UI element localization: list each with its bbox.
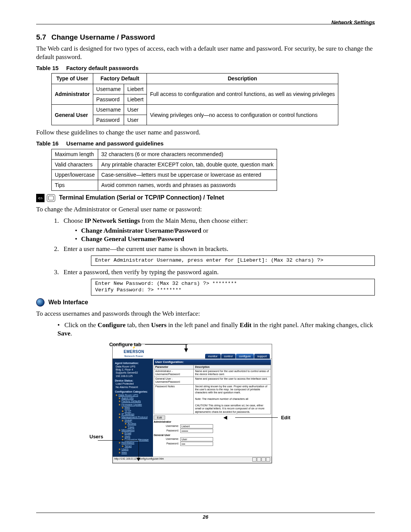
text-bold: Change General Username/Password — [81, 235, 184, 243]
general-password-input[interactable]: •••• — [180, 442, 213, 446]
sidebar-link[interactable]: SMS — [124, 435, 130, 438]
section-heading: 5.7Change Username / Password — [36, 33, 375, 42]
page-number: 26 — [0, 514, 411, 521]
serial-port-icon — [47, 194, 55, 202]
sidebar-link[interactable]: TFTP — [124, 410, 131, 412]
field-row: Password: •••• — [163, 442, 271, 446]
cell-key: Maximum length — [52, 149, 98, 159]
cell-key: Password Notes — [154, 384, 194, 414]
sidebar-item-traps[interactable]: Traps — [125, 426, 151, 429]
tab-monitor[interactable]: monitor — [205, 354, 221, 359]
sidebar-link[interactable]: Users — [121, 448, 128, 451]
cell-value: Name and password for the user authorize… — [194, 369, 271, 377]
table-row: Valid characters Any printable character… — [52, 160, 277, 170]
web-heading: Web Interface — [48, 299, 88, 307]
left-arrow-icon — [223, 416, 227, 420]
statusbar-icons — [252, 457, 270, 462]
cell-general-password-field: Password — [93, 115, 124, 125]
header-rule — [36, 24, 375, 24]
table16-caption: Table 16Username and password guidelines — [36, 140, 375, 147]
sidebar-text: Data Room UPS — [116, 365, 151, 368]
down-arrow-icon — [137, 458, 140, 461]
footer-rule — [36, 513, 375, 513]
section-number: 5.7 — [36, 33, 51, 42]
sidebar-text: Bldg 2, Floor 4 — [116, 368, 151, 371]
callout-line — [139, 440, 139, 458]
sidebar-item-tftp[interactable]: TFTP — [122, 410, 151, 413]
table-row: General User Username User Viewing privi… — [52, 104, 338, 115]
text-bold: Users — [151, 321, 167, 329]
callout-line — [98, 440, 139, 441]
tab-control[interactable]: control — [221, 354, 236, 359]
sidebar-link[interactable]: Web — [121, 451, 127, 454]
field-label-username: Username: — [163, 438, 179, 441]
sidebar-item-reinitialize[interactable]: Reinitialize — [119, 441, 151, 444]
cell-key: Upper/lowercase — [52, 170, 98, 180]
sidebar-link[interactable]: Telnet — [124, 445, 132, 447]
th-description: Description — [147, 73, 338, 84]
sidebar-link[interactable]: SNMP — [124, 419, 132, 422]
sidebar-text: Supports Server02 — [116, 371, 151, 374]
callout-line — [235, 417, 278, 418]
sidebar-item-factory-defaults[interactable]: Factory Defaults — [119, 400, 151, 403]
table-row: Parameter Description — [154, 365, 271, 369]
general-username-input[interactable]: User — [180, 437, 213, 441]
table-row: General User - Username/Password Name an… — [154, 377, 271, 384]
sidebar-heading-config-categories: Configuration Categories: — [115, 390, 151, 393]
sidebar-item-root[interactable]: Data Room UPS — [116, 394, 151, 397]
text-bold: Change Administrator Username/Password — [81, 227, 201, 234]
sidebar-link[interactable]: Email — [124, 432, 131, 435]
edit-button[interactable]: Edit — [154, 415, 165, 420]
sidebar-item-web2[interactable]: Web — [119, 451, 151, 454]
sidebar-item-access[interactable]: Access — [125, 422, 151, 425]
intro-paragraph: The Web card is designed for two types o… — [36, 45, 375, 61]
cell-admin-password-value: Liebert — [124, 94, 147, 104]
sidebar-item-telnet[interactable]: Telnet — [122, 445, 151, 448]
sidebar-link[interactable]: IP Settings — [121, 413, 134, 415]
callout-line — [145, 344, 188, 345]
sidebar-item-messaging[interactable]: Messaging — [119, 429, 151, 432]
text: in the left panel and finally — [167, 321, 240, 329]
sidebar-link[interactable]: Firmware Update — [121, 403, 142, 406]
sidebar-link[interactable]: Access — [127, 422, 136, 425]
sidebar-text: No Alarms Present — [116, 386, 151, 389]
sidebar-item-management-protocol[interactable]: Management Protocol — [119, 416, 151, 419]
step-3: Enter a password, then verify by typing … — [61, 268, 375, 296]
sidebar-item-snmp[interactable]: SNMP — [122, 419, 151, 422]
document-page: Network Settings 5.7Change Username / Pa… — [0, 0, 411, 532]
table16-title: Username and password guidelines — [66, 140, 164, 147]
step-2: Enter a user name—the current user name … — [61, 245, 375, 266]
table-row: Administrator - Username/Password Name a… — [154, 369, 271, 377]
sidebar-item-email[interactable]: Email — [122, 432, 151, 435]
sidebar-item-agent-info[interactable]: Agent Info — [119, 397, 151, 400]
cell-key: Administrator - Username/Password — [154, 369, 194, 377]
sidebar-link[interactable]: Traps — [127, 426, 134, 428]
sidebar-item-firmware-update[interactable]: Firmware Update — [119, 403, 151, 406]
sidebar-link[interactable]: Reinitialize — [121, 441, 134, 444]
sidebar-item-sms[interactable]: SMS — [122, 435, 151, 438]
code-block-username: Enter Administrator Username, press ente… — [91, 256, 375, 266]
tab-support[interactable]: support — [254, 354, 270, 359]
sidebar-link[interactable]: Agent Info — [121, 397, 134, 399]
th-factory-default: Factory Default — [93, 73, 147, 84]
sidebar-link[interactable]: Customize Message — [124, 438, 148, 441]
cell-value: Any printable character EXCEPT colon, ta… — [98, 160, 277, 170]
cell-general-username-value: User — [124, 104, 147, 115]
group-label-administrator: Administrator — [154, 420, 271, 423]
sidebar-link[interactable]: Factory Defaults — [121, 400, 141, 403]
sidebar-link[interactable]: Web — [124, 406, 130, 409]
cell-value: Avoid common names, words and phrases as… — [98, 180, 277, 190]
admin-username-input[interactable]: Liebert — [180, 424, 213, 428]
sidebar-link[interactable]: Management Protocol — [121, 416, 147, 419]
sidebar-item-ip-settings[interactable]: IP Settings — [119, 413, 151, 416]
step-1: Choose IP Network Settings from the Main… — [61, 217, 375, 243]
sidebar-link[interactable]: Data Room UPS — [118, 394, 138, 396]
admin-password-input[interactable]: ••••••• — [180, 429, 213, 433]
sidebar-item-web[interactable]: Web — [122, 406, 151, 409]
tab-configure[interactable]: configure — [236, 354, 254, 359]
field-row: Username: User — [163, 437, 271, 441]
sidebar-item-users[interactable]: Users — [119, 448, 151, 451]
text-bold: Edit — [240, 321, 252, 329]
sidebar-link[interactable]: Messaging — [121, 429, 134, 431]
follow-paragraph: Follow these guidelines to change the us… — [36, 128, 375, 137]
